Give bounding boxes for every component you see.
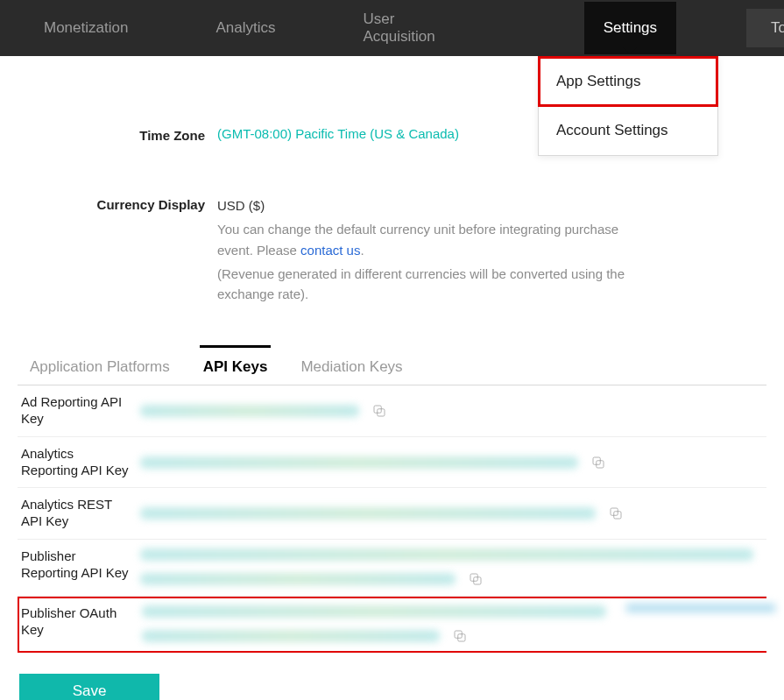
tab-api-keys[interactable]: API Keys xyxy=(200,345,272,385)
currency-value: USD ($) xyxy=(217,195,638,216)
key-label: Publisher Reporting API Key xyxy=(18,548,140,582)
key-label: Publisher OAuth Key xyxy=(19,605,142,639)
settings-tabs: Application Platforms API Keys Mediation… xyxy=(18,348,766,385)
contact-us-link[interactable]: contact us xyxy=(300,243,360,258)
tab-mediation-keys[interactable]: Mediation Keys xyxy=(297,348,406,385)
copy-icon[interactable] xyxy=(371,403,387,419)
key-value-redacted xyxy=(140,548,753,587)
key-row-analytics-rest: Analytics REST API Key xyxy=(18,488,766,540)
key-row-publisher-oauth: Publisher OAuth Key xyxy=(18,597,766,653)
currency-hint-text-1: You can change the default currency unit… xyxy=(217,222,618,257)
key-value-redacted xyxy=(140,507,596,520)
key-label: Ad Reporting API Key xyxy=(18,394,140,428)
nav-analytics[interactable]: Analytics xyxy=(207,2,284,54)
copy-icon[interactable] xyxy=(468,571,484,587)
tab-application-platforms[interactable]: Application Platforms xyxy=(26,348,173,385)
top-nav: Monetization Analytics User Acquisition … xyxy=(0,0,784,56)
copy-icon[interactable] xyxy=(452,628,468,644)
key-value-redacted xyxy=(140,456,578,469)
key-row-analytics-reporting: Analytics Reporting API Key xyxy=(18,437,766,489)
save-button[interactable]: Save xyxy=(19,674,159,700)
content-area: Time Zone (GMT-08:00) Pacific Time (US &… xyxy=(0,126,784,700)
copy-icon[interactable] xyxy=(608,506,624,521)
key-label: Analytics REST API Key xyxy=(18,497,140,530)
key-value-redacted xyxy=(142,605,606,644)
key-value-redacted xyxy=(140,405,359,417)
nav-tools[interactable]: Tools xyxy=(746,9,784,47)
currency-hint-text-1b: . xyxy=(360,243,364,258)
currency-block: USD ($) You can change the default curre… xyxy=(217,195,638,304)
dropdown-app-settings[interactable]: App Settings xyxy=(539,57,717,106)
timezone-label: Time Zone xyxy=(18,126,217,143)
copy-icon[interactable] xyxy=(590,455,606,470)
key-row-publisher-reporting: Publisher Reporting API Key xyxy=(18,540,766,597)
currency-hint-2: (Revenue generated in different currenci… xyxy=(217,264,638,305)
currency-hint: You can change the default currency unit… xyxy=(217,219,638,260)
api-keys-list: Ad Reporting API Key Analytics Reporting… xyxy=(18,385,766,653)
timezone-select[interactable]: (GMT-08:00) Pacific Time (US & Canada) xyxy=(217,126,459,141)
dropdown-account-settings[interactable]: Account Settings xyxy=(539,106,717,155)
key-row-ad-reporting: Ad Reporting API Key xyxy=(18,385,766,437)
nav-settings[interactable]: Settings xyxy=(584,2,676,54)
currency-row: Currency Display USD ($) You can change … xyxy=(18,195,766,304)
key-label: Analytics Reporting API Key xyxy=(18,446,140,479)
nav-user-acquisition[interactable]: User Acquisition xyxy=(354,0,443,63)
settings-dropdown: App Settings Account Settings xyxy=(538,56,718,156)
currency-label: Currency Display xyxy=(18,195,217,212)
nav-monetization[interactable]: Monetization xyxy=(35,2,137,54)
key-value-redacted-overflow xyxy=(626,604,775,612)
